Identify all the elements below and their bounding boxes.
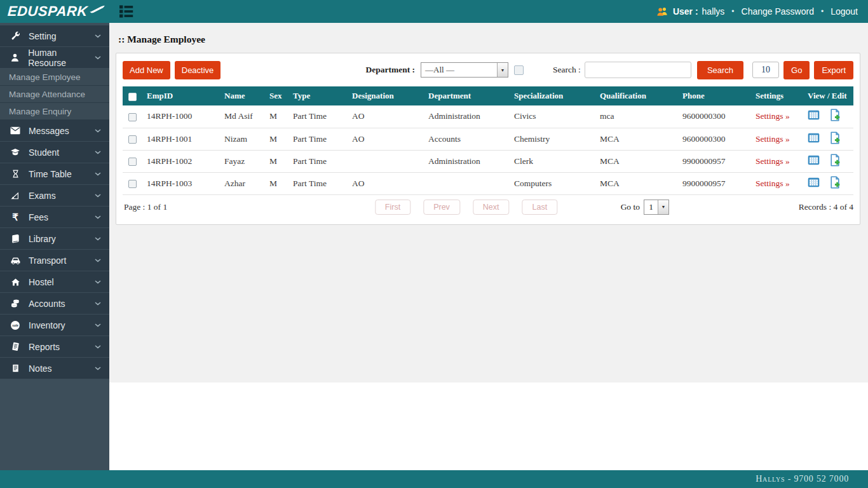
settings-link[interactable]: Settings »	[756, 134, 790, 144]
sidebar-item-label: Time Table	[29, 169, 72, 179]
search-button[interactable]: Search	[697, 61, 743, 79]
cell-phone: 9600000300	[677, 105, 750, 128]
sidebar-item-student[interactable]: Student	[0, 142, 109, 163]
sidebar-item-notes[interactable]: Notes	[0, 358, 109, 379]
person-icon	[8, 53, 22, 62]
chevron-down-icon	[95, 129, 101, 133]
menu-list-icon[interactable]	[119, 5, 133, 18]
view-table-icon[interactable]	[808, 155, 820, 168]
sidebar-item-label: Reports	[29, 342, 60, 352]
cell-qualification: MCA	[595, 172, 677, 194]
view-table-icon[interactable]	[808, 110, 820, 123]
edit-add-page-icon[interactable]	[829, 132, 841, 147]
sidebar-subitem-manage-attendance[interactable]: Manage Attendance	[0, 86, 109, 103]
row-checkbox[interactable]	[128, 180, 137, 188]
logout-link[interactable]: Logout	[831, 6, 858, 17]
col-header-name: Name	[219, 86, 264, 105]
row-checkbox[interactable]	[128, 113, 137, 121]
sidebar-item-label: Transport	[29, 255, 66, 266]
cell-department: Administration	[423, 105, 509, 128]
cell-name: Fayaz	[219, 150, 264, 172]
sidebar-item-label: Exams	[29, 191, 56, 201]
first-page-button[interactable]: First	[375, 200, 410, 215]
sidebar-item-fees[interactable]: ₹ Fees	[0, 207, 109, 228]
add-new-button[interactable]: Add New	[123, 61, 170, 79]
cell-type: Part Time	[288, 105, 347, 128]
cell-phone: 9900000957	[677, 172, 750, 194]
sidebar-item-human-resourse[interactable]: Human Resourse	[0, 47, 109, 69]
chevron-down-icon	[95, 280, 101, 284]
sidebar-item-exams[interactable]: Exams	[0, 185, 109, 207]
sidebar-item-inventory[interactable]: sale Inventory	[0, 315, 109, 336]
edit-add-page-icon[interactable]	[829, 109, 841, 124]
col-header-sex: Sex	[264, 86, 288, 105]
settings-link[interactable]: Settings »	[756, 111, 790, 121]
select-all-checkbox[interactable]	[128, 93, 137, 101]
cell-specialization: Civics	[509, 105, 595, 128]
cell-phone: 9900000957	[677, 150, 750, 172]
edit-add-page-icon[interactable]	[829, 154, 841, 169]
coins-icon	[8, 299, 22, 308]
view-table-icon[interactable]	[808, 133, 820, 146]
col-header-view-edit: View / Edit	[803, 86, 853, 105]
sidebar-subitem-manage-enquiry[interactable]: Manage Enquiry	[0, 103, 109, 120]
sidebar-item-messages[interactable]: Messages	[0, 120, 109, 142]
cell-specialization: Chemistry	[509, 128, 595, 150]
goto-page-select[interactable]: 1 ▼	[644, 200, 669, 215]
table-row: 14RPH-1001 Nizam M Part Time AO Accounts…	[123, 128, 853, 150]
cell-type: Part Time	[288, 128, 347, 150]
col-header-specialization: Specialization	[509, 86, 595, 105]
sidebar-item-transport[interactable]: Transport	[0, 250, 109, 271]
change-password-link[interactable]: Change Password	[742, 6, 814, 17]
hourglass-icon	[8, 169, 22, 179]
chevron-down-icon	[95, 302, 101, 306]
sidebar-item-accounts[interactable]: Accounts	[0, 293, 109, 315]
settings-link[interactable]: Settings »	[756, 156, 790, 166]
cell-name: Azhar	[219, 172, 264, 194]
sidebar-subitem-manage-employee[interactable]: Manage Employee	[0, 69, 109, 86]
sidebar-item-reports[interactable]: Reports	[0, 336, 109, 358]
sidebar-item-label: Accounts	[29, 299, 65, 309]
sidebar-item-time-table[interactable]: Time Table	[0, 163, 109, 185]
next-page-button[interactable]: Next	[473, 200, 510, 215]
top-bar: EDUSPARK User : hallys • Change Password…	[0, 0, 868, 23]
page-size-input[interactable]	[752, 62, 779, 78]
table-header-row: EmpID Name Sex Type Designation Departme…	[123, 86, 853, 105]
deactive-button[interactable]: Deactive	[175, 61, 221, 79]
separator-bullet: •	[821, 7, 824, 16]
cell-empid: 14RPH-1000	[142, 105, 219, 128]
cell-specialization: Clerk	[509, 150, 595, 172]
col-header-type: Type	[288, 86, 347, 105]
username-link[interactable]: hallys	[702, 6, 725, 17]
view-table-icon[interactable]	[808, 177, 820, 190]
department-checkbox[interactable]	[514, 65, 524, 75]
select-arrow-icon: ▼	[658, 200, 668, 214]
sidebar-item-hostel[interactable]: Hostel	[0, 271, 109, 293]
go-button[interactable]: Go	[783, 61, 810, 79]
prev-page-button[interactable]: Prev	[423, 200, 460, 215]
app-logo[interactable]: EDUSPARK	[8, 3, 105, 20]
toolbar: Add New Deactive Department : —All — ▼ S…	[123, 60, 853, 80]
wrench-icon	[8, 31, 22, 41]
edit-add-page-icon[interactable]	[829, 176, 841, 191]
separator-bullet: •	[731, 7, 734, 16]
sidebar-item-library[interactable]: Library	[0, 228, 109, 250]
last-page-button[interactable]: Last	[522, 200, 558, 215]
settings-link[interactable]: Settings »	[756, 179, 790, 188]
sidebar-item-label: Human Resourse	[28, 48, 95, 68]
sidebar-item-setting[interactable]: Setting	[0, 25, 109, 47]
search-input[interactable]	[585, 62, 691, 78]
cell-designation	[347, 150, 423, 172]
protractor-icon	[8, 191, 22, 200]
export-button[interactable]: Export	[814, 61, 853, 79]
cell-empid: 14RPH-1001	[142, 128, 219, 150]
department-select[interactable]: —All — ▼	[421, 62, 508, 78]
chevron-down-icon	[95, 323, 101, 327]
sidebar-subitem-label: Manage Enquiry	[9, 107, 71, 116]
sidebar: Setting Human Resourse Manage Employee M…	[0, 23, 109, 470]
row-checkbox[interactable]	[128, 135, 137, 144]
cell-qualification: MCA	[595, 128, 677, 150]
chevron-down-icon	[95, 56, 101, 60]
chevron-down-icon	[95, 259, 101, 262]
row-checkbox[interactable]	[128, 158, 137, 166]
